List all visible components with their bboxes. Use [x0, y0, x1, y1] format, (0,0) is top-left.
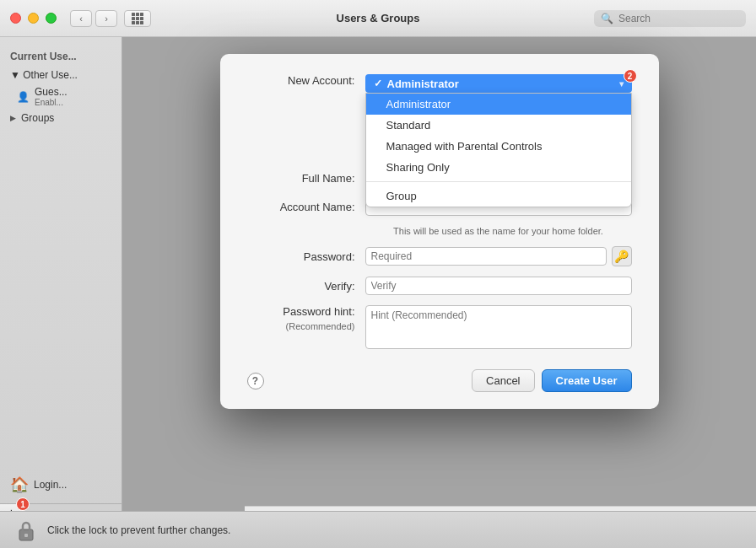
search-icon: 🔍	[601, 13, 613, 24]
account-name-label: Account Name:	[247, 201, 365, 213]
dropdown-selected-text: ✓ Administrator	[374, 78, 459, 90]
dropdown-item-standard[interactable]: Standard	[366, 115, 631, 136]
account-name-hint: This will be used as the name for your h…	[365, 226, 632, 236]
back-button[interactable]: ‹	[70, 10, 92, 27]
lock-text: Click the lock to prevent further change…	[47, 524, 230, 536]
login-item[interactable]: 🏠 Login...	[10, 472, 111, 497]
nav-buttons: ‹ ›	[70, 10, 117, 27]
password-input[interactable]	[365, 247, 607, 266]
password-row: Password: 🔑	[247, 246, 632, 266]
dropdown-item-sharing[interactable]: Sharing Only	[366, 157, 631, 178]
grid-icon	[132, 13, 143, 24]
lock-button[interactable]	[14, 518, 39, 543]
badge-1: 1	[16, 497, 30, 511]
dropdown-divider	[366, 181, 631, 182]
new-user-modal: New Account: ✓ Administrator ▾ 2 Adminis…	[220, 54, 659, 409]
content-area: New Account: ✓ Administrator ▾ 2 Adminis…	[122, 37, 756, 548]
maximize-button[interactable]	[46, 13, 57, 24]
dropdown-item-administrator[interactable]: Administrator	[366, 94, 631, 115]
password-hint-input[interactable]	[365, 305, 632, 349]
badge-2: 2	[624, 69, 637, 83]
groups-item[interactable]: ▶ Groups	[0, 109, 122, 127]
dropdown-item-group[interactable]: Group	[366, 185, 631, 207]
title-bar: ‹ › Users & Groups 🔍	[0, 0, 756, 37]
other-users-section[interactable]: ▼ Other Use...	[0, 66, 122, 84]
groups-label: Groups	[21, 112, 54, 124]
account-type-dropdown[interactable]: ✓ Administrator ▾ 2	[365, 74, 632, 93]
guest-user-info: Gues... Enabl...	[35, 86, 68, 107]
close-button[interactable]	[10, 13, 21, 24]
guest-user-label: Gues...	[35, 86, 68, 98]
lock-icon	[16, 518, 36, 542]
guest-user-item[interactable]: 👤 Gues... Enabl...	[0, 84, 122, 109]
verify-label: Verify:	[247, 280, 365, 293]
password-field-area: 🔑	[365, 246, 632, 266]
login-icon: 🏠	[10, 475, 29, 494]
password-label: Password:	[247, 250, 365, 263]
login-options-area: 🏠 Login...	[0, 472, 122, 497]
create-user-button[interactable]: Create User	[542, 369, 632, 392]
key-button[interactable]: 🔑	[612, 246, 632, 266]
svg-rect-1	[24, 534, 28, 537]
current-users-label: Current Use...	[0, 47, 122, 66]
dropdown-menu: Administrator Standard Managed with Pare…	[365, 93, 632, 207]
forward-button[interactable]: ›	[95, 10, 117, 27]
window-title: Users & Groups	[337, 12, 420, 24]
modal-overlay: New Account: ✓ Administrator ▾ 2 Adminis…	[122, 37, 756, 548]
dropdown-container: ✓ Administrator ▾ 2 Administrator Standa…	[365, 74, 632, 93]
guest-avatar: 👤	[17, 91, 30, 103]
main-area: Current Use... ▼ Other Use... 👤 Gues... …	[0, 37, 756, 548]
modal-footer: ? Cancel Create User	[247, 363, 632, 392]
chevron-down-icon: ▾	[619, 79, 624, 89]
app-grid-button[interactable]	[124, 10, 151, 27]
sidebar: Current Use... ▼ Other Use... 👤 Gues... …	[0, 37, 122, 548]
verify-input[interactable]	[365, 277, 632, 295]
other-users-label: ▼ Other Use...	[10, 69, 78, 81]
login-label: Login...	[34, 479, 67, 491]
modal-buttons: Cancel Create User	[472, 369, 631, 392]
cancel-button[interactable]: Cancel	[472, 369, 534, 392]
dropdown-item-managed[interactable]: Managed with Parental Controls	[366, 136, 631, 157]
window-controls	[10, 13, 57, 24]
help-button[interactable]: ?	[247, 373, 264, 390]
password-hint-row: Password hint:(Recommended)	[247, 305, 632, 349]
password-hint-label: Password hint:(Recommended)	[247, 305, 365, 334]
search-box[interactable]: 🔍	[594, 10, 746, 27]
minimize-button[interactable]	[28, 13, 39, 24]
dropdown-selected-label: Administrator	[387, 78, 459, 90]
lock-bar: Click the lock to prevent further change…	[0, 511, 756, 548]
disclosure-triangle-icon: ▶	[10, 114, 16, 122]
key-icon: 🔑	[614, 250, 629, 263]
guest-user-sublabel: Enabl...	[35, 98, 68, 107]
checkmark-icon: ✓	[374, 78, 382, 89]
new-account-label: New Account:	[247, 74, 365, 87]
new-account-row: New Account: ✓ Administrator ▾ 2 Adminis…	[247, 74, 632, 93]
full-name-label: Full Name:	[247, 172, 365, 185]
search-input[interactable]	[618, 13, 739, 24]
verify-row: Verify:	[247, 277, 632, 295]
